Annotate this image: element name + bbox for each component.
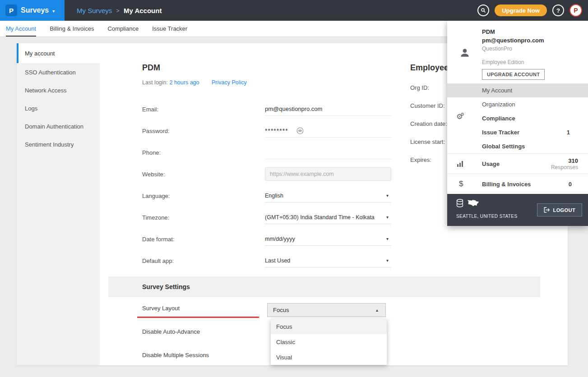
password-row: Password: ********: [142, 120, 391, 142]
option-focus[interactable]: Focus: [271, 319, 387, 334]
option-classic[interactable]: Classic: [271, 334, 387, 349]
timezone-select[interactable]: (GMT+05:30) India Standard Time - Kolkat…: [265, 211, 391, 224]
chevron-up-icon: ▴: [376, 308, 381, 313]
breadcrumb-separator: >: [116, 7, 120, 14]
email-value: pm@questionpro.com: [265, 102, 391, 116]
user-edition: Employee Edition: [482, 59, 581, 65]
date-format-row: Date format: mm/dd/yyyy ▾: [142, 228, 391, 250]
sidebar-item-network-access[interactable]: Network Access: [17, 81, 100, 99]
us-map-icon: [467, 199, 479, 209]
license-start-label: License start:: [410, 133, 447, 151]
website-row: Website:: [142, 163, 391, 185]
phone-label: Phone:: [142, 149, 265, 156]
password-label: Password:: [142, 128, 265, 134]
creation-date-label: Creation date:: [410, 115, 447, 133]
product-switcher[interactable]: P Surveys ▾: [0, 0, 65, 21]
timezone-label: Timezone:: [142, 214, 265, 221]
survey-layout-options: Focus Classic Visual: [271, 319, 387, 365]
tab-issue-tracker[interactable]: Issue Tracker: [152, 21, 187, 37]
search-button[interactable]: [477, 5, 489, 16]
expires-label: Expires:: [410, 151, 447, 169]
topbar-actions: Upgrade Now ? P: [477, 4, 588, 17]
help-button[interactable]: ?: [552, 5, 564, 16]
server-location: SEATTLE, UNITED STATES: [456, 214, 518, 219]
date-format-label: Date format:: [142, 236, 265, 243]
breadcrumb-my-surveys[interactable]: My Surveys: [77, 7, 112, 14]
usage-row[interactable]: Usage 310 Responses: [447, 154, 588, 174]
sidebar-item-logs[interactable]: Logs: [17, 99, 100, 117]
billing-label: Billing & Invoices: [482, 181, 531, 188]
customer-id-label: Customer ID:: [410, 97, 447, 115]
sidebar-item-domain-authentication[interactable]: Domain Authentication: [17, 117, 100, 135]
user-company: QuestionPro: [482, 46, 581, 52]
search-icon: [481, 8, 486, 13]
menu-item-organization[interactable]: Organization: [447, 97, 588, 111]
user-name: PDM: [482, 28, 581, 35]
menu-item-compliance[interactable]: Compliance: [447, 111, 588, 125]
chevron-down-icon: ▾: [386, 215, 391, 220]
avatar[interactable]: P: [569, 4, 582, 17]
default-app-label: Default app:: [142, 257, 265, 264]
menu-item-my-account[interactable]: My Account: [447, 83, 588, 97]
language-label: Language:: [142, 193, 265, 199]
sidebar-item-my-account[interactable]: My account: [17, 43, 100, 63]
language-select[interactable]: English ▾: [265, 189, 391, 202]
sidebar-item-sso-authentication[interactable]: SSO Authentication: [17, 63, 100, 81]
phone-row: Phone:: [142, 142, 391, 163]
profile-form: Email: pm@questionpro.com Password: ****…: [142, 98, 391, 271]
last-login-value[interactable]: 2 hours ago: [169, 79, 199, 86]
tab-compliance[interactable]: Compliance: [107, 21, 139, 37]
password-value: ********: [265, 124, 391, 138]
dollar-icon: $: [459, 179, 463, 188]
date-format-select[interactable]: mm/dd/yyyy ▾: [265, 232, 391, 246]
active-field-indicator: [137, 317, 259, 318]
profile-name-title: PDM: [142, 63, 160, 73]
breadcrumb: My Surveys > My Account: [77, 7, 162, 14]
show-password-icon[interactable]: [296, 127, 304, 134]
survey-layout-select[interactable]: Focus ▴: [267, 303, 386, 317]
last-login-label: Last login:: [142, 79, 168, 86]
org-id-label: Org ID:: [410, 78, 447, 97]
usage-label: Usage: [482, 161, 500, 167]
user-email: pm@questionpro.com: [482, 37, 581, 44]
disable-multiple-sessions-label: Disable Multiple Sessions: [142, 352, 209, 359]
email-label: Email:: [142, 106, 265, 113]
chevron-down-icon: ▾: [386, 258, 391, 263]
option-visual[interactable]: Visual: [271, 349, 387, 365]
user-menu-header: PDM pm@questionpro.com QuestionPro Emplo…: [447, 21, 588, 83]
breadcrumb-current: My Account: [124, 7, 162, 14]
survey-layout-label: Survey Layout: [142, 305, 180, 312]
disable-auto-advance-label: Disable Auto-Advance: [142, 328, 200, 335]
sidebar-item-sentiment-industry[interactable]: Sentiment Industry: [17, 135, 100, 153]
settings-sidebar: My account SSO Authentication Network Ac…: [17, 43, 100, 365]
license-fields: Org ID: Customer ID: Creation date: Lice…: [410, 78, 447, 169]
chevron-down-icon: ▾: [386, 193, 391, 198]
last-login: Last login: 2 hours ago: [142, 79, 199, 86]
menu-item-global-settings[interactable]: Global Settings: [447, 139, 588, 153]
tab-my-account[interactable]: My Account: [6, 21, 36, 37]
timezone-row: Timezone: (GMT+05:30) India Standard Tim…: [142, 207, 391, 228]
phone-value[interactable]: [265, 146, 391, 159]
screen: P Surveys ▾ My Surveys > My Account Upgr…: [0, 0, 588, 377]
logout-icon: [544, 207, 550, 213]
upgrade-account-button[interactable]: UPGRADE ACCOUNT: [482, 69, 545, 80]
topbar: P Surveys ▾ My Surveys > My Account Upgr…: [0, 0, 588, 21]
chevron-down-icon: ▾: [52, 9, 55, 14]
logout-button[interactable]: LOGOUT: [537, 203, 582, 216]
database-icon: [456, 199, 463, 209]
usage-chart-icon: [457, 161, 464, 167]
questionpro-logo: P: [5, 5, 17, 16]
usage-value: 310 Responses: [551, 157, 578, 170]
menu-item-issue-tracker[interactable]: Issue Tracker 1: [447, 125, 588, 139]
user-menu: PDM pm@questionpro.com QuestionPro Emplo…: [447, 21, 588, 226]
privacy-policy-link[interactable]: Privacy Policy: [212, 79, 247, 86]
upgrade-now-button[interactable]: Upgrade Now: [495, 5, 547, 16]
tab-billing-invoices[interactable]: Billing & Invoices: [50, 21, 94, 37]
email-row: Email: pm@questionpro.com: [142, 98, 391, 120]
billing-row[interactable]: $ Billing & Invoices 0: [447, 174, 588, 194]
default-app-select[interactable]: Last Used ▾: [265, 254, 391, 267]
language-row: Language: English ▾: [142, 185, 391, 207]
default-app-row: Default app: Last Used ▾: [142, 250, 391, 271]
survey-settings-header: Survey Settings: [108, 276, 540, 297]
website-input[interactable]: [265, 167, 391, 181]
